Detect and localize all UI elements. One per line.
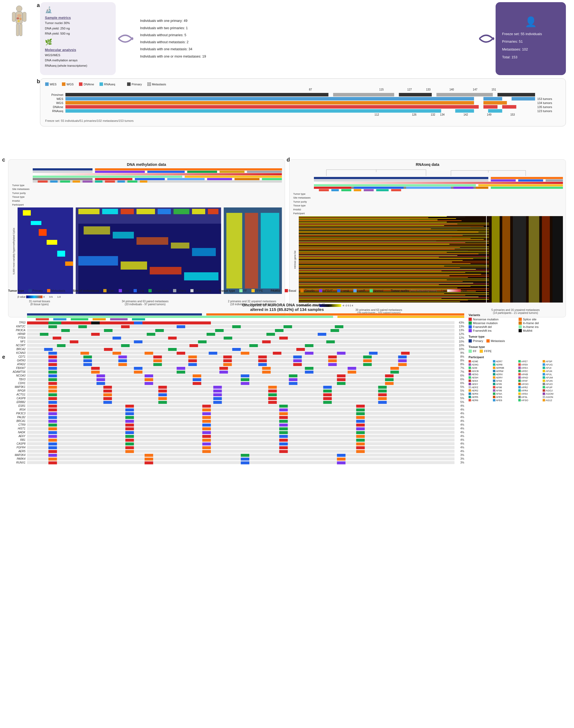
svg-rect-351 [348,367,356,370]
svg-rect-258 [134,321,142,324]
svg-rect-164 [299,245,486,245]
panel-e-title-2: altered in 115 (85.82%) of 134 samples [8,307,566,312]
svg-rect-140 [299,225,444,226]
molecular-analysis-title: Molecular analysis [45,48,111,52]
participant-afup: AFUP [543,386,566,389]
svg-rect-250 [53,318,67,320]
svg-rect-424 [279,405,288,408]
svg-rect-347 [176,367,185,370]
svg-rect-373 [193,378,201,381]
gene-row-casp8: CASP84% [8,442,464,446]
svg-rect-281 [168,336,177,339]
svg-rect-55 [127,180,137,183]
participant-afuk: AFUK [543,369,566,372]
svg-rect-147 [299,231,489,231]
svg-rect-276 [207,333,215,336]
variant-frameshift-ins: Frameshift ins [468,329,516,332]
svg-rect-28 [33,168,92,171]
svg-rect-70 [174,209,190,214]
track-wes: WES 153 tumors [45,97,561,100]
legend-pam50-label: PAM50 [271,289,280,292]
svg-rect-390 [268,386,277,389]
panel-c-heatmap [17,208,282,295]
svg-rect-280 [113,336,121,339]
gene-row-kcnn3: KCNN39% [8,351,464,355]
svg-rect-296 [168,348,177,351]
svg-rect-81 [150,267,181,274]
svg-rect-109 [453,187,474,189]
participant-afec: AFEC [518,369,541,372]
panel-d: RNAseq data [289,160,566,317]
svg-rect-226 [299,295,465,295]
gene-row-nadk: NADK4% [8,430,464,434]
svg-rect-311 [48,356,57,359]
svg-rect-50 [73,180,80,183]
panel-c-label: c [2,157,5,163]
panel-c-heatmap-wrap: 5,000 most variably hypermethylated CpGs [11,208,282,295]
svg-rect-151 [299,234,510,235]
svg-rect-75 [113,232,134,238]
participant-af95: AF95 [493,382,517,385]
svg-rect-67 [121,209,134,214]
svg-rect-389 [213,386,222,389]
svg-rect-400 [48,393,57,396]
svg-rect-305 [241,352,250,355]
variant-inframe-del: In-frame del [519,321,566,325]
svg-rect-473 [202,443,211,446]
svg-rect-135 [299,222,447,222]
sample-metrics-lines: Tumor nuclei 30%DNA yield: 250 ngRNA yie… [45,20,111,37]
svg-rect-327 [223,359,232,362]
panel-a-label: a [37,2,40,8]
svg-rect-101 [545,179,563,182]
gene-row-fbxw7: FBXW77% [8,366,464,370]
svg-rect-445 [356,420,365,423]
svg-rect-293 [305,344,314,347]
svg-rect-374 [241,378,250,381]
svg-rect-472 [125,443,134,446]
svg-rect-399 [378,390,387,393]
svg-marker-11 [493,37,494,40]
molecular-analysis-lines: WGS/WESDNA methylation arraysRNAseq (who… [45,53,111,69]
participant-aer4: AER4 [468,392,491,395]
svg-rect-87 [26,295,42,298]
variant-splice: Splice site [519,318,566,321]
participant-afkf: AFKF [518,379,541,382]
svg-rect-193 [299,268,507,269]
oncoprint-main: TP53 43% KMT2C [8,313,464,465]
svg-rect-486 [48,454,57,457]
gene-row-cdt1: CDT18% [8,355,464,359]
right-stats-box: 👤 Freeze set: 55 individuals Primaries: … [496,2,566,75]
svg-rect-263 [176,325,185,328]
svg-rect-319 [328,356,337,359]
track-count-rnaseq: 123 tumors [535,109,561,112]
participant-afe7: AFE7 [518,360,541,363]
svg-rect-385 [385,382,394,385]
track-bars-wes [66,97,535,100]
svg-rect-54 [117,180,125,183]
participant-afso: AFSO [518,399,541,402]
legend-normal: Normal [370,289,383,292]
participant-ad9e: AD9E [468,360,491,363]
svg-rect-106 [314,187,351,189]
svg-point-7 [16,17,19,19]
svg-rect-365 [193,374,201,377]
svg-rect-48 [50,180,58,183]
svg-rect-16 [497,93,535,96]
svg-rect-264 [232,325,241,328]
svg-rect-438 [202,416,211,419]
svg-rect-287 [262,340,271,343]
svg-rect-402 [158,393,167,396]
svg-rect-175 [299,254,479,254]
svg-rect-213 [299,284,439,285]
svg-rect-21 [483,101,507,104]
panel-e-content: TP53 43% KMT2C [8,313,566,465]
svg-rect-159 [299,241,436,241]
svg-point-0 [16,6,22,12]
participant-ad9g: AD9G [468,363,491,366]
svg-point-8 [19,17,22,20]
svg-rect-157 [299,239,484,240]
svg-rect-214 [299,285,516,286]
participant-ae5h: AE5H [468,376,491,379]
panel-c-annot [33,168,282,183]
svg-rect-36 [33,173,282,175]
